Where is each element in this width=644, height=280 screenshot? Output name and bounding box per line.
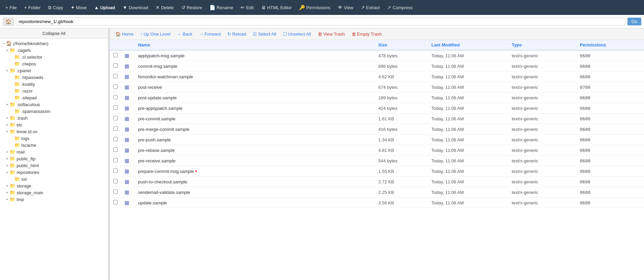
unselect-all-nav-btn[interactable]: ☐Unselect All — [280, 30, 314, 38]
file-name-13[interactable]: sendemail-validate.sample — [135, 187, 375, 198]
file-name-11[interactable]: prepare-commit-msg.sample • — [135, 166, 375, 177]
file-name-14[interactable]: update.sample — [135, 198, 375, 208]
tree-item-4[interactable]: +📁.cpanel — [0, 67, 108, 74]
file-name-0[interactable]: applypatch-msg.sample — [135, 50, 375, 61]
table-row[interactable]: ▦pre-applypatch.sample424 bytesToday, 11… — [110, 103, 644, 114]
file-name-3[interactable]: post-receive — [135, 82, 375, 93]
table-row[interactable]: ▦commit-msg.sample896 bytesToday, 11:06 … — [110, 61, 644, 72]
up-nav-btn[interactable]: ↑Up One Level — [138, 30, 173, 38]
empty-trash-nav-btn[interactable]: 🗑Empty Trash — [349, 30, 384, 38]
col-header-type[interactable]: Type — [508, 40, 576, 50]
move-toolbar-btn[interactable]: ✦Move — [67, 3, 90, 12]
tree-item-13[interactable]: +📁linnie.id.vn — [0, 128, 108, 135]
tree-item-14[interactable]: 📁logs — [0, 135, 108, 142]
row-checkbox-14[interactable] — [113, 200, 118, 204]
edit-toolbar-btn[interactable]: ✏Edit — [237, 3, 257, 12]
table-row[interactable]: ▦sendemail-validate.sample2.25 KBToday, … — [110, 187, 644, 198]
file-name-7[interactable]: pre-merge-commit.sample — [135, 124, 375, 135]
table-row[interactable]: ▦pre-push.sample1.34 KBToday, 11:06 AMte… — [110, 135, 644, 145]
table-row[interactable]: ▦post-receive674 bytesToday, 11:06 AMtex… — [110, 82, 644, 93]
row-checkbox-5[interactable] — [113, 105, 118, 110]
address-home-btn[interactable]: 🏠 — [3, 18, 14, 26]
table-row[interactable]: ▦fsmonitor-watchman.sample4.62 KBToday, … — [110, 72, 644, 82]
extract-toolbar-btn[interactable]: ↗Extract — [357, 3, 383, 12]
rename-toolbar-btn[interactable]: 📄Rename — [206, 3, 237, 12]
copy-toolbar-btn[interactable]: ⧉Copy — [45, 3, 66, 13]
file-name-12[interactable]: push-to-checkout.sample — [135, 177, 375, 187]
reload-nav-btn[interactable]: ↻Reload — [225, 30, 249, 38]
row-checkbox-4[interactable] — [113, 95, 118, 99]
delete-toolbar-btn[interactable]: ✕Delete — [152, 3, 177, 12]
tree-item-7[interactable]: 📁.razor — [0, 87, 108, 94]
row-checkbox-0[interactable] — [113, 53, 118, 57]
tree-item-15[interactable]: 📁lscache — [0, 142, 108, 148]
select-all-nav-btn[interactable]: ☑Select All — [250, 30, 279, 38]
tree-item-23[interactable]: +📁tmp — [0, 196, 108, 203]
back-nav-btn[interactable]: ←Back — [175, 30, 195, 38]
collapse-all-button[interactable]: Collapse All — [0, 28, 108, 39]
table-row[interactable]: ▦update.sample3.56 KBToday, 11:06 AMtext… — [110, 198, 644, 208]
file-name-8[interactable]: pre-push.sample — [135, 135, 375, 145]
tree-item-22[interactable]: +📁storage_main — [0, 189, 108, 196]
row-checkbox-9[interactable] — [113, 147, 118, 152]
tree-item-12[interactable]: +📁etc — [0, 121, 108, 128]
row-checkbox-7[interactable] — [113, 126, 118, 131]
tree-item-17[interactable]: +📁public_ftp — [0, 155, 108, 162]
file-toolbar-btn[interactable]: +File — [2, 3, 20, 12]
view-toolbar-btn[interactable]: 👁View — [334, 3, 357, 12]
row-checkbox-8[interactable] — [113, 137, 118, 141]
row-checkbox-11[interactable] — [113, 168, 118, 173]
col-header-last-modified[interactable]: Last Modified — [428, 40, 509, 50]
go-button[interactable]: Go — [627, 18, 641, 25]
file-name-1[interactable]: commit-msg.sample — [135, 61, 375, 72]
tree-item-21[interactable]: +📁storage — [0, 182, 108, 189]
tree-item-3[interactable]: 📁.clwpos — [0, 60, 108, 67]
tree-item-9[interactable]: +📁.softaculous — [0, 101, 108, 108]
folder-toolbar-btn[interactable]: +Folder — [21, 3, 44, 12]
tree-item-6[interactable]: 📁.koality — [0, 81, 108, 87]
tree-item-0[interactable]: −🏠(/home/bknskhan) — [0, 40, 108, 47]
table-row[interactable]: ▦pre-rebase.sample4.81 KBToday, 11:06 AM… — [110, 145, 644, 156]
view-trash-nav-btn[interactable]: 🗑View Trash — [315, 30, 348, 38]
row-checkbox-3[interactable] — [113, 84, 118, 89]
file-name-9[interactable]: pre-rebase.sample — [135, 145, 375, 156]
table-row[interactable]: ▦pre-merge-commit.sample416 bytesToday, … — [110, 124, 644, 135]
row-checkbox-6[interactable] — [113, 116, 118, 120]
table-row[interactable]: ▦push-to-checkout.sample2.72 KBToday, 11… — [110, 177, 644, 187]
table-row[interactable]: ▦pre-receive.sample544 bytesToday, 11:06… — [110, 156, 644, 166]
home-nav-btn[interactable]: 🏠Home — [113, 30, 136, 38]
tree-item-2[interactable]: 📁.cl.selector — [0, 54, 108, 60]
file-name-2[interactable]: fsmonitor-watchman.sample — [135, 72, 375, 82]
file-name-6[interactable]: pre-commit.sample — [135, 114, 375, 124]
row-checkbox-12[interactable] — [113, 179, 118, 183]
file-name-5[interactable]: pre-applypatch.sample — [135, 103, 375, 114]
tree-item-1[interactable]: +📁.cagefs — [0, 47, 108, 54]
tree-item-20[interactable]: 📁ssl — [0, 176, 108, 182]
file-name-10[interactable]: pre-receive.sample — [135, 156, 375, 166]
permissions-toolbar-btn[interactable]: 🔑Permissions — [296, 3, 334, 12]
col-header-name[interactable]: Name — [135, 40, 375, 50]
tree-item-16[interactable]: +📁mail — [0, 148, 108, 155]
row-checkbox-2[interactable] — [113, 74, 118, 78]
row-checkbox-1[interactable] — [113, 63, 118, 68]
address-input[interactable] — [16, 18, 625, 25]
tree-item-18[interactable]: +📁public_html — [0, 162, 108, 169]
col-header-permissions[interactable]: Permissions — [576, 40, 644, 50]
html-editor-toolbar-btn[interactable]: 🖥HTML Editor — [258, 3, 295, 12]
table-row[interactable]: ▦pre-commit.sample1.61 KBToday, 11:06 AM… — [110, 114, 644, 124]
compress-toolbar-btn[interactable]: ↗Compress — [384, 3, 416, 12]
row-checkbox-13[interactable] — [113, 189, 118, 194]
restore-toolbar-btn[interactable]: ↺Restore — [178, 3, 206, 12]
table-row[interactable]: ▦applypatch-msg.sample478 bytesToday, 11… — [110, 50, 644, 61]
download-toolbar-btn[interactable]: ▼Download — [119, 3, 152, 12]
table-row[interactable]: ▦post-update.sample189 bytesToday, 11:06… — [110, 93, 644, 103]
tree-item-11[interactable]: +📁.trash — [0, 115, 108, 121]
forward-nav-btn[interactable]: →Forward — [197, 30, 224, 38]
col-header-size[interactable]: Size — [375, 40, 428, 50]
tree-item-10[interactable]: 📁.spamassassin — [0, 108, 108, 115]
tree-item-19[interactable]: +📁repositories — [0, 169, 108, 176]
row-checkbox-10[interactable] — [113, 158, 118, 162]
tree-item-8[interactable]: 📁.sitepad — [0, 94, 108, 101]
tree-item-5[interactable]: 📁.htpasswds — [0, 74, 108, 81]
file-name-4[interactable]: post-update.sample — [135, 93, 375, 103]
